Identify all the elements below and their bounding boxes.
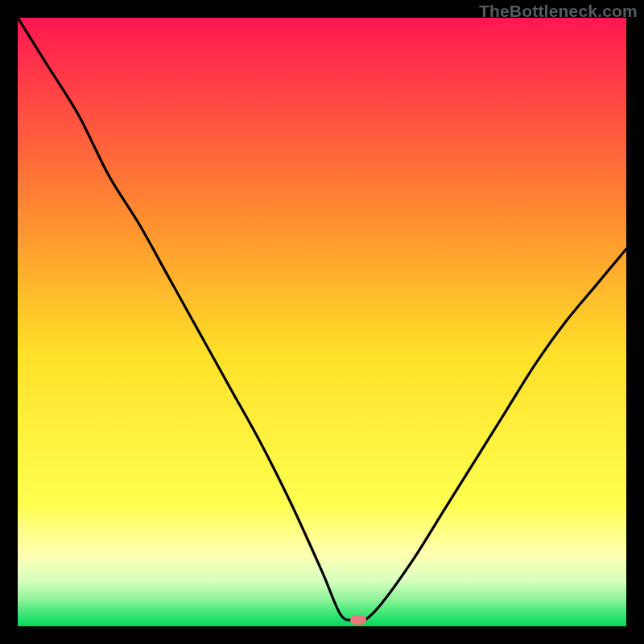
plot-area [18, 18, 626, 626]
optimum-marker [350, 615, 366, 625]
curve-layer [18, 18, 626, 626]
chart-frame: TheBottleneck.com [0, 0, 644, 644]
bottleneck-curve [18, 18, 626, 621]
